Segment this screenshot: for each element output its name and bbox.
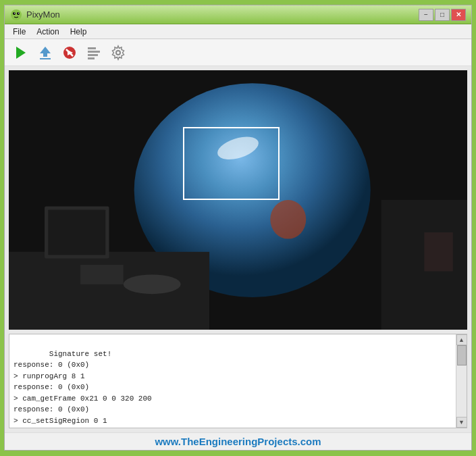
labels-icon [86, 45, 102, 61]
watermark: www.TheEngineeringProjects.com [5, 432, 471, 450]
svg-rect-24 [424, 232, 452, 272]
stop-icon [62, 45, 77, 60]
scroll-track [456, 345, 467, 417]
scroll-thumb[interactable] [457, 345, 467, 365]
svg-rect-22 [80, 265, 124, 284]
svg-rect-20 [48, 209, 105, 255]
video-content [9, 70, 467, 330]
app-icon [10, 9, 22, 21]
svg-rect-18 [9, 252, 209, 330]
svg-point-3 [14, 12, 16, 14]
toolbar [5, 39, 471, 66]
upload-button[interactable] [34, 43, 56, 63]
scene-overlay [9, 70, 467, 330]
console-line-5: > cam_getFrame 0x21 0 0 320 200 [14, 395, 152, 403]
video-area [9, 70, 467, 330]
close-button[interactable]: ✕ [451, 9, 466, 21]
window-title: PixyMon [26, 9, 60, 20]
svg-rect-11 [88, 51, 100, 53]
stop-button[interactable] [59, 43, 80, 63]
console-line-7: > cc_setSigRegion 0 1 [14, 417, 107, 425]
labels-button[interactable] [83, 43, 105, 63]
maximize-button[interactable]: □ [435, 9, 450, 21]
console-line-2: response: 0 (0x0) [14, 361, 89, 369]
play-button[interactable] [10, 43, 32, 63]
svg-rect-13 [88, 57, 95, 59]
upload-icon [37, 45, 53, 61]
console-line-6: response: 0 (0x0) [14, 405, 89, 413]
selection-box [183, 127, 280, 200]
svg-marker-5 [40, 47, 51, 57]
scroll-up-button[interactable]: ▲ [456, 334, 467, 345]
settings-icon [110, 45, 126, 61]
menu-help[interactable]: Help [65, 26, 92, 38]
menu-bar: File Action Help [5, 24, 471, 39]
svg-point-0 [11, 9, 22, 20]
title-bar: PixyMon − □ ✕ [5, 5, 471, 24]
svg-point-14 [116, 51, 120, 55]
title-controls: − □ ✕ [419, 9, 466, 21]
svg-rect-12 [88, 54, 98, 56]
minimize-button[interactable]: − [419, 9, 433, 21]
console-line-4: response: 0 (0x0) [14, 383, 89, 391]
play-icon [16, 47, 26, 59]
svg-point-25 [270, 200, 306, 239]
title-bar-left: PixyMon [10, 9, 60, 21]
svg-point-21 [124, 274, 181, 294]
menu-action[interactable]: Action [31, 26, 64, 38]
console-output: Signature set! response: 0 (0x0) > runpr… [9, 334, 456, 428]
watermark-text: www.TheEngineeringProjects.com [155, 436, 321, 447]
console-scrollbar: ▲ ▼ [456, 334, 467, 428]
content-area: Signature set! response: 0 (0x0) > runpr… [5, 66, 471, 450]
settings-button[interactable] [107, 43, 129, 63]
menu-file[interactable]: File [7, 26, 31, 38]
console-line-1: Signature set! [49, 350, 111, 358]
svg-rect-6 [40, 58, 51, 59]
main-window: PixyMon − □ ✕ File Action Help [4, 5, 472, 451]
console-line-3: > runprogArg 8 1 [14, 372, 85, 380]
console-area: Signature set! response: 0 (0x0) > runpr… [9, 334, 467, 428]
svg-point-4 [18, 12, 20, 14]
svg-rect-10 [88, 47, 96, 49]
scroll-down-button[interactable]: ▼ [456, 417, 467, 428]
